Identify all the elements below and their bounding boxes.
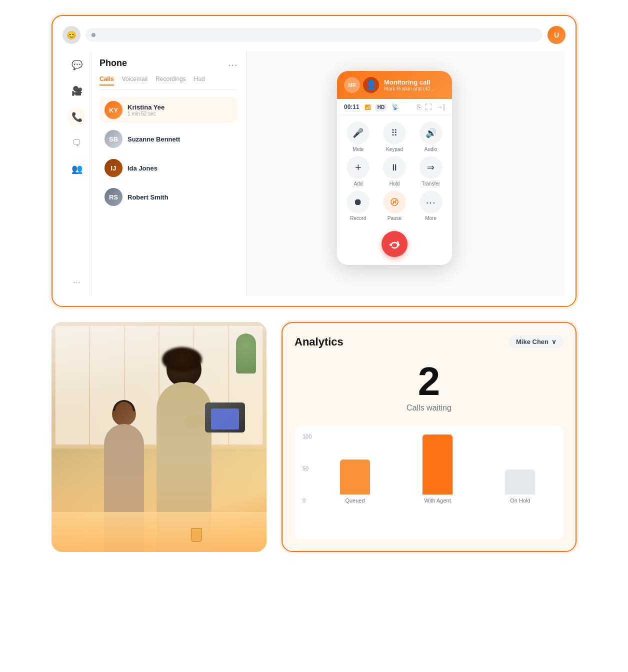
contact-info-kristina: Kristina Yee 1 min 52 sec	[128, 104, 233, 116]
tab-voicemail[interactable]: Voicemail	[122, 76, 148, 86]
bar-queued	[340, 460, 370, 494]
bar-label-on-hold: On Hold	[510, 498, 530, 504]
fullscreen-icon[interactable]: ⛶	[425, 103, 432, 111]
browser-avatar: 😊	[62, 26, 80, 44]
analytics-title: Analytics	[294, 336, 344, 348]
contact-sub-kristina: 1 min 52 sec	[128, 111, 233, 116]
contact-item-suzanne[interactable]: SB Suzanne Bennett	[100, 126, 238, 152]
call-add-button[interactable]: + Add	[342, 156, 374, 186]
sidebar-item-chat[interactable]: 🗨	[68, 134, 86, 152]
sidebar-item-video[interactable]: 🎥	[68, 82, 86, 100]
photo-card	[52, 322, 266, 552]
bar-on-hold	[505, 470, 535, 494]
pause-icon-circle	[383, 190, 406, 214]
hold-icon-circle: ⏸	[383, 156, 406, 179]
phone-tab-bar: Calls Voicemail Recordings Hud	[100, 76, 238, 90]
contact-avatar-robert: RS	[104, 188, 122, 206]
call-more-button[interactable]: ··· More	[414, 190, 447, 221]
headset-arc	[113, 400, 135, 411]
call-keypad-button[interactable]: ⠿ Keypad	[378, 122, 411, 152]
contact-name-kristina: Kristina Yee	[128, 104, 233, 111]
plant	[236, 334, 256, 374]
pause-label: Pause	[388, 216, 402, 221]
svg-rect-0	[390, 244, 392, 246]
call-audio-button[interactable]: 🔊 Audio	[414, 122, 447, 152]
analytics-card: Analytics Mike Chen ∨ 2 Calls waiting 0 …	[282, 322, 576, 552]
bar-with-agent	[422, 434, 452, 494]
phone-menu-dots[interactable]: ...	[228, 59, 238, 68]
call-mute-button[interactable]: 🎤 Mute	[342, 122, 374, 152]
top-panel: 😊 U 💬 🎥 📞 🗨 👥 ··· Phone ... Calls Voicem…	[52, 15, 576, 307]
hold-label: Hold	[390, 181, 400, 186]
url-dot	[92, 33, 96, 37]
monitor	[205, 402, 245, 432]
tab-calls[interactable]: Calls	[100, 76, 114, 86]
call-sub: Mark Ruskin and (40...	[384, 86, 434, 92]
contact-name-ida: Ida Jones	[128, 164, 233, 172]
expand-icon[interactable]: →|	[436, 103, 445, 111]
audio-label: Audio	[424, 146, 438, 152]
copy-icon[interactable]: ⎘	[417, 103, 421, 111]
contact-item-ida[interactable]: IJ Ida Jones	[100, 155, 238, 181]
call-pause-button[interactable]: Pause	[378, 190, 411, 221]
sidebar-item-more[interactable]: ···	[68, 273, 86, 291]
monitor-screen	[211, 408, 239, 430]
chevron-down-icon: ∨	[552, 338, 556, 346]
main-area: MR 👤 Monitoring call Mark Ruskin and (40…	[246, 51, 566, 296]
y-label-50: 50	[302, 466, 312, 472]
call-end-button[interactable]	[382, 231, 408, 257]
phone-title-text: Phone	[100, 58, 127, 68]
bottom-section: Analytics Mike Chen ∨ 2 Calls waiting 0 …	[52, 322, 576, 552]
call-record-button[interactable]: ⏺ Record	[342, 190, 374, 221]
contact-item-robert[interactable]: RS Robert Smith	[100, 184, 238, 210]
photo-background	[52, 322, 266, 552]
contact-name-suzanne: Suzanne Bennett	[128, 136, 233, 143]
call-hold-button[interactable]: ⏸ Hold	[378, 156, 411, 186]
phone-title-bar: Phone ...	[100, 58, 238, 68]
url-bar[interactable]	[86, 28, 542, 42]
user-selector-name: Mike Chen	[516, 338, 548, 346]
tab-recordings[interactable]: Recordings	[156, 76, 186, 86]
call-widget: MR 👤 Monitoring call Mark Ruskin and (40…	[337, 71, 452, 265]
audio-icon-circle: 🔊	[420, 122, 442, 144]
record-label: Record	[350, 216, 366, 221]
keypad-icon-circle: ⠿	[383, 122, 406, 144]
sidebar: 💬 🎥 📞 🗨 👥 ···	[62, 51, 92, 296]
bar-label-with-agent: With Agent	[424, 498, 451, 504]
call-timer-icons: ⎘ ⛶ →|	[417, 103, 445, 111]
call-timer: 00:11 📶 HD 📡	[344, 104, 399, 110]
tab-hud[interactable]: Hud	[194, 76, 205, 86]
sidebar-item-contacts[interactable]: 👥	[68, 160, 86, 178]
bar-group-on-hold: On Hold	[485, 470, 556, 504]
bars-area: Queued With Agent On Hold	[320, 434, 556, 504]
calls-waiting-label: Calls waiting	[294, 404, 564, 412]
mute-icon-circle: 🎤	[346, 122, 370, 144]
chart-container: 0 50 100 Queued With Agent On Ho	[294, 426, 564, 539]
bar-label-queued: Queued	[345, 498, 364, 504]
bar-group-with-agent: With Agent	[402, 434, 473, 504]
browser-bar: 😊 U	[62, 26, 566, 44]
call-header-tag: MR	[344, 77, 360, 93]
analytics-header: Analytics Mike Chen ∨	[294, 335, 564, 348]
call-transfer-button[interactable]: ⇒ Transfer	[414, 156, 447, 186]
record-icon-circle: ⏺	[346, 190, 370, 214]
sidebar-item-message[interactable]: 💬	[68, 56, 86, 74]
contact-info-ida: Ida Jones	[128, 164, 233, 172]
y-label-0: 0	[302, 498, 312, 504]
call-header-avatar: 👤	[363, 77, 379, 93]
contact-item-kristina[interactable]: KY Kristina Yee 1 min 52 sec	[100, 97, 238, 123]
contact-list: KY Kristina Yee 1 min 52 sec SB Suzanne …	[100, 97, 238, 210]
chart-y-labels: 0 50 100	[302, 434, 312, 504]
call-hd-badge: HD	[376, 104, 386, 110]
calls-waiting-section: 2 Calls waiting	[294, 356, 564, 418]
add-icon-circle: +	[346, 156, 370, 179]
sidebar-item-phone[interactable]: 📞	[68, 108, 86, 126]
contact-avatar-kristina: KY	[104, 101, 122, 119]
more-icon-circle: ···	[420, 190, 442, 214]
bar-group-queued: Queued	[320, 460, 390, 504]
add-label: Add	[354, 181, 362, 186]
call-buttons: 🎤 Mute ⠿ Keypad 🔊 Audio +	[337, 116, 452, 227]
user-selector[interactable]: Mike Chen ∨	[509, 335, 564, 348]
contact-avatar-suzanne: SB	[104, 130, 122, 148]
mute-label: Mute	[352, 146, 364, 152]
